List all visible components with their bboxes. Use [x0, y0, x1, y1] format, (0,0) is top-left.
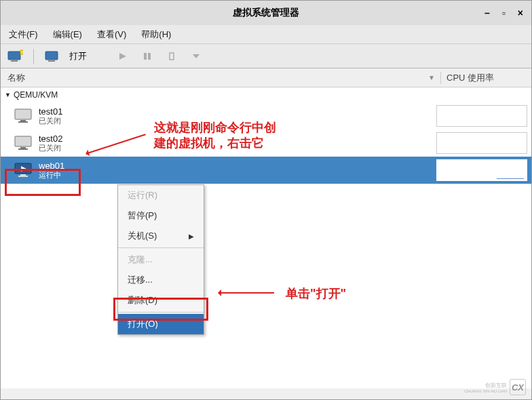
monitor-icon: [13, 106, 35, 125]
svg-rect-12: [18, 121, 28, 123]
open-label[interactable]: 打开: [69, 50, 87, 62]
watermark-logo: CX: [510, 379, 526, 395]
vm-name: test01: [39, 107, 62, 117]
annotation-arrow-bottom: [220, 292, 274, 294]
ctx-clone-label: 克隆...: [128, 254, 153, 266]
minimize-button[interactable]: –: [484, 7, 490, 18]
app-window: 虚拟系统管理器 – ▫ × 文件(F) 编辑(E) 查看(V) 帮助(H) 打开: [0, 0, 532, 400]
ctx-run-label: 运行(R): [128, 189, 157, 201]
watermark-sub: CHUANG XIN HU LIAN: [464, 389, 507, 393]
svg-rect-8: [170, 53, 174, 60]
hypervisor-group[interactable]: ▼ QEMU/KVM: [1, 87, 531, 102]
vm-text: test02 已关闭: [39, 134, 62, 152]
ctx-delete-label: 删除(D): [128, 294, 157, 306]
pause-icon: [138, 47, 156, 65]
ctx-migrate-label: 迁移...: [128, 274, 153, 286]
collapse-icon: ▼: [5, 92, 11, 98]
vm-text: test01 已关闭: [39, 107, 62, 125]
watermark-text: 创新互联: [485, 382, 507, 389]
submenu-caret-icon: ▶: [189, 233, 194, 240]
header-name-col[interactable]: 名称 ▼: [1, 72, 440, 84]
cpu-sparkline: [497, 174, 524, 179]
vm-row-test02[interactable]: test02 已关闭: [1, 129, 531, 157]
vm-name: test02: [39, 134, 62, 144]
ctx-pause[interactable]: 暂停(P): [118, 205, 204, 226]
toolbar-separator: [33, 49, 34, 64]
monitor-icon: [13, 134, 35, 153]
open-vm-icon[interactable]: [43, 47, 61, 65]
menubar: 文件(F) 编辑(E) 查看(V) 帮助(H): [1, 25, 531, 44]
svg-rect-13: [15, 136, 31, 146]
ctx-separator: [118, 247, 204, 248]
new-vm-icon[interactable]: [6, 47, 24, 65]
cpu-usage-cell: [436, 132, 527, 154]
vm-status: 已关闭: [39, 117, 62, 125]
menu-edit[interactable]: 编辑(E): [49, 27, 86, 42]
context-menu: 运行(R) 暂停(P) 关机(S)▶ 克隆... 迁移... 删除(D) 打开(…: [117, 184, 204, 335]
ctx-open-label: 打开(O): [128, 318, 158, 330]
vm-row-test01[interactable]: test01 已关闭: [1, 102, 531, 129]
svg-marker-2: [20, 50, 23, 54]
menu-view[interactable]: 查看(V): [93, 27, 130, 42]
svg-rect-18: [20, 174, 26, 176]
vm-status: 已关闭: [39, 144, 62, 152]
vm-text: web01 运行中: [39, 161, 64, 179]
svg-rect-0: [8, 52, 20, 60]
ctx-open[interactable]: 打开(O): [118, 314, 204, 334]
list-header: 名称 ▼ CPU 使用率: [1, 68, 531, 87]
header-name-label: 名称: [7, 72, 25, 84]
svg-rect-7: [148, 53, 151, 60]
ctx-pause-label: 暂停(P): [128, 209, 157, 222]
titlebar: 虚拟系统管理器 – ▫ ×: [1, 1, 531, 25]
svg-rect-6: [144, 53, 147, 60]
svg-rect-4: [48, 60, 55, 62]
toolbar: 打开: [1, 44, 531, 68]
vm-list: ▼ QEMU/KVM test01 已关闭 test02 已关闭: [1, 87, 531, 388]
svg-rect-15: [18, 148, 28, 150]
monitor-running-icon: [13, 161, 35, 180]
maximize-button[interactable]: ▫: [502, 7, 506, 18]
svg-rect-3: [45, 52, 58, 60]
vm-name: web01: [39, 161, 64, 171]
vm-status: 运行中: [39, 171, 64, 179]
group-label: QEMU/KVM: [14, 90, 58, 100]
svg-rect-14: [20, 147, 26, 148]
header-cpu-label: CPU 使用率: [446, 73, 494, 83]
ctx-separator: [118, 312, 204, 313]
svg-marker-5: [119, 53, 126, 60]
svg-rect-19: [18, 176, 28, 177]
header-cpu-col[interactable]: CPU 使用率: [440, 72, 531, 84]
ctx-delete[interactable]: 删除(D): [118, 290, 204, 311]
ctx-migrate[interactable]: 迁移...: [118, 270, 204, 290]
play-icon: [114, 47, 132, 65]
menu-help[interactable]: 帮助(H): [137, 27, 175, 42]
svg-rect-1: [11, 60, 18, 62]
svg-rect-10: [15, 109, 31, 119]
cpu-usage-cell: [436, 159, 527, 181]
window-controls: – ▫ ×: [484, 1, 529, 25]
watermark: 创新互联 CHUANG XIN HU LIAN CX: [464, 379, 526, 395]
shutdown-icon: [163, 47, 180, 65]
vm-row-web01[interactable]: web01 运行中: [1, 157, 531, 184]
ctx-shutdown-label: 关机(S): [128, 230, 157, 242]
menu-file[interactable]: 文件(F): [5, 27, 42, 42]
ctx-run: 运行(R): [118, 185, 204, 205]
close-button[interactable]: ×: [518, 7, 523, 18]
ctx-clone: 克隆...: [118, 249, 204, 270]
cpu-usage-cell: [436, 105, 527, 127]
window-title: 虚拟系统管理器: [233, 7, 299, 19]
ctx-shutdown[interactable]: 关机(S)▶: [118, 226, 204, 246]
dropdown-icon: [187, 47, 205, 65]
svg-marker-9: [193, 54, 200, 58]
sort-indicator-icon: ▼: [428, 74, 435, 81]
svg-rect-11: [20, 120, 26, 121]
